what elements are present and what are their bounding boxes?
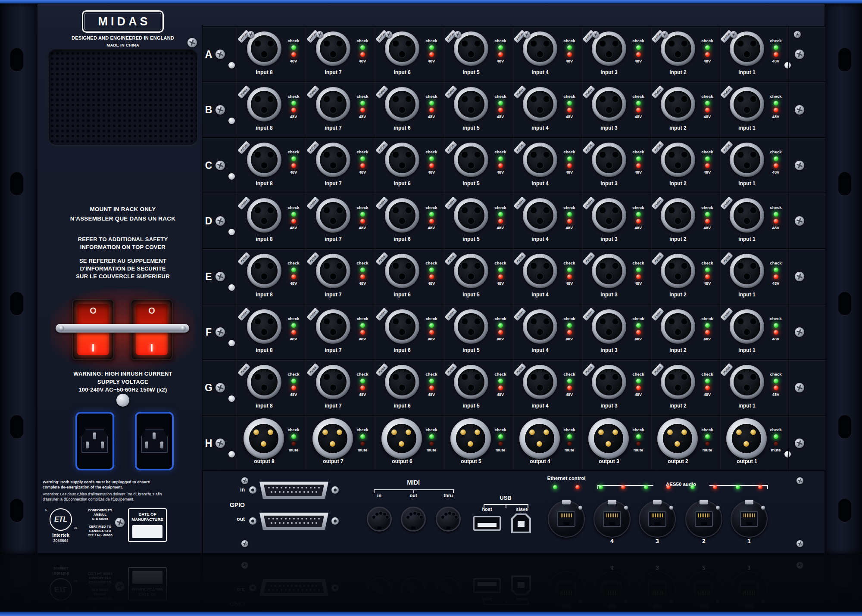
xlr-input-C4[interactable]: PUSHinput 4check48V xyxy=(513,138,582,193)
ethercon-aes50-2[interactable] xyxy=(685,501,722,538)
usb-host-port[interactable] xyxy=(473,516,501,531)
xlr-input-C5[interactable]: PUSHinput 5check48V xyxy=(444,138,513,193)
xlr-input-G3[interactable]: PUSHinput 3check48V xyxy=(582,360,651,415)
xlr-input-E6[interactable]: PUSHinput 6check48V xyxy=(375,249,444,304)
xlr-output-H1[interactable]: output 1checkmute xyxy=(720,416,789,470)
mute-label: mute xyxy=(496,448,506,452)
gpio-in-label: in xyxy=(228,487,245,493)
xlr-input-C8[interactable]: PUSHinput 8check48V xyxy=(237,138,306,193)
check-led xyxy=(291,323,296,328)
check-led xyxy=(567,434,572,439)
xlr-output-H3[interactable]: output 3checkmute xyxy=(582,416,651,470)
iec-power-inlet-1[interactable] xyxy=(75,412,114,470)
xlr-input-E7[interactable]: PUSHinput 7check48V xyxy=(306,249,375,304)
xlr-input-B4[interactable]: PUSHinput 4check48V xyxy=(513,82,582,137)
xlr-input-F5[interactable]: PUSHinput 5check48V xyxy=(444,305,513,359)
xlr-input-E3[interactable]: PUSHinput 3check48V xyxy=(582,249,651,304)
xlr-input-D6[interactable]: PUSHinput 6check48V xyxy=(375,193,444,248)
rj45-jack xyxy=(695,511,713,527)
iec-power-inlet-2[interactable] xyxy=(135,412,174,470)
gpio-in-connector[interactable] xyxy=(249,481,339,500)
xlr-input-B6[interactable]: PUSHinput 6check48V xyxy=(375,82,444,137)
xlr-input-G5[interactable]: PUSHinput 5check48V xyxy=(444,360,513,415)
xlr-input-B5[interactable]: PUSHinput 5check48V xyxy=(444,82,513,137)
latch-tab xyxy=(608,500,616,504)
midi-out-connector[interactable] xyxy=(401,507,426,532)
led-indicators: check48V xyxy=(420,261,443,286)
ethercon-aes50-4[interactable] xyxy=(593,501,631,538)
check-label: check xyxy=(633,39,644,43)
phantom-led xyxy=(636,330,641,335)
xlr-input-B7[interactable]: PUSHinput 7check48V xyxy=(306,82,375,137)
xlr-input-D7[interactable]: PUSHinput 7check48V xyxy=(306,193,375,248)
phantom-led xyxy=(498,330,503,335)
midi-in-connector[interactable] xyxy=(367,507,392,532)
xlr-input-D3[interactable]: PUSHinput 3check48V xyxy=(582,193,651,248)
xlr-input-G4[interactable]: PUSHinput 4check48V xyxy=(513,360,582,415)
xlr-female-connector xyxy=(454,87,488,121)
unplug-warning-fr: Attention: Les deux c‚bles d'alimentatio… xyxy=(43,492,168,502)
led-indicators: check48V xyxy=(764,261,787,286)
phantom-label: 48V xyxy=(497,281,504,286)
led-indicators: check48V xyxy=(351,372,374,397)
xlr-output-H2[interactable]: output 2checkmute xyxy=(651,416,720,470)
midi-thru-connector[interactable] xyxy=(436,507,461,532)
xlr-input-C7[interactable]: PUSHinput 7check48V xyxy=(306,138,375,193)
xlr-input-D2[interactable]: PUSHinput 2check48V xyxy=(651,193,720,248)
check-led xyxy=(705,45,710,50)
xlr-input-F1[interactable]: PUSHinput 1check48V xyxy=(720,305,789,359)
xlr-input-B2[interactable]: PUSHinput 2check48V xyxy=(651,82,720,137)
xlr-input-D1[interactable]: PUSHinput 1check48V xyxy=(720,193,789,248)
ethercon-ethernet-control[interactable] xyxy=(548,501,585,538)
phantom-label: 48V xyxy=(635,170,642,174)
xlr-input-F7[interactable]: PUSHinput 7check48V xyxy=(306,305,375,359)
xlr-input-G8[interactable]: PUSHinput 8check48V xyxy=(237,360,306,415)
xlr-input-E4[interactable]: PUSHinput 4check48V xyxy=(513,249,582,304)
xlr-input-G7[interactable]: PUSHinput 7check48V xyxy=(306,360,375,415)
check-label: check xyxy=(702,261,713,265)
xlr-input-D8[interactable]: PUSHinput 8check48V xyxy=(237,193,306,248)
latch-tab xyxy=(562,500,571,504)
xlr-input-C2[interactable]: PUSHinput 2check48V xyxy=(651,138,720,193)
check-label: check xyxy=(633,317,644,321)
phantom-led xyxy=(291,52,296,57)
xlr-input-E2[interactable]: PUSHinput 2check48V xyxy=(651,249,720,304)
led-indicators: check48V xyxy=(764,150,787,174)
xlr-input-F3[interactable]: PUSHinput 3check48V xyxy=(582,305,651,359)
phantom-label: 48V xyxy=(704,226,711,230)
gpio-out-connector[interactable] xyxy=(249,512,339,531)
xlr-input-C6[interactable]: PUSHinput 6check48V xyxy=(375,138,444,193)
xlr-input-B1[interactable]: PUSHinput 1check48V xyxy=(720,82,789,137)
mute-label: mute xyxy=(358,448,368,452)
xlr-input-G2[interactable]: PUSHinput 2check48V xyxy=(651,360,720,415)
xlr-input-F8[interactable]: PUSHinput 8check48V xyxy=(237,305,306,359)
phantom-label: 48V xyxy=(290,170,297,174)
xlr-input-D4[interactable]: PUSHinput 4check48V xyxy=(513,193,582,248)
check-label: check xyxy=(288,39,300,43)
round-button[interactable] xyxy=(116,394,129,407)
xlr-input-G1[interactable]: PUSHinput 1check48V xyxy=(720,360,789,415)
xlr-input-G6[interactable]: PUSHinput 6check48V xyxy=(375,360,444,415)
ethercon-aes50-1[interactable] xyxy=(731,501,768,538)
check-led xyxy=(498,379,503,383)
xlr-input-E5[interactable]: PUSHinput 5check48V xyxy=(444,249,513,304)
xlr-output-H6[interactable]: output 6checkmute xyxy=(375,416,444,470)
ethercon-aes50-3[interactable] xyxy=(639,501,676,538)
xlr-output-H8[interactable]: output 8checkmute xyxy=(237,416,306,470)
xlr-input-F4[interactable]: PUSHinput 4check48V xyxy=(513,305,582,359)
xlr-input-B3[interactable]: PUSHinput 3check48V xyxy=(582,82,651,137)
xlr-input-F6[interactable]: PUSHinput 6check48V xyxy=(375,305,444,359)
xlr-input-F2[interactable]: PUSHinput 2check48V xyxy=(651,305,720,359)
xlr-output-H7[interactable]: output 7checkmute xyxy=(306,416,375,470)
xlr-input-E8[interactable]: PUSHinput 8check48V xyxy=(237,249,306,304)
check-label: check xyxy=(426,317,437,321)
xlr-input-E1[interactable]: PUSHinput 1check48V xyxy=(720,249,789,304)
xlr-input-B8[interactable]: PUSHinput 8check48V xyxy=(237,82,306,137)
xlr-output-H4[interactable]: output 4checkmute xyxy=(513,416,582,470)
xlr-input-C1[interactable]: PUSHinput 1check48V xyxy=(720,138,789,193)
xlr-input-C3[interactable]: PUSHinput 3check48V xyxy=(582,138,651,193)
xlr-input-D5[interactable]: PUSHinput 5check48V xyxy=(444,193,513,248)
check-label: check xyxy=(495,317,506,321)
usb-slave-port[interactable] xyxy=(511,513,531,533)
xlr-output-H5[interactable]: output 5checkmute xyxy=(444,416,513,470)
